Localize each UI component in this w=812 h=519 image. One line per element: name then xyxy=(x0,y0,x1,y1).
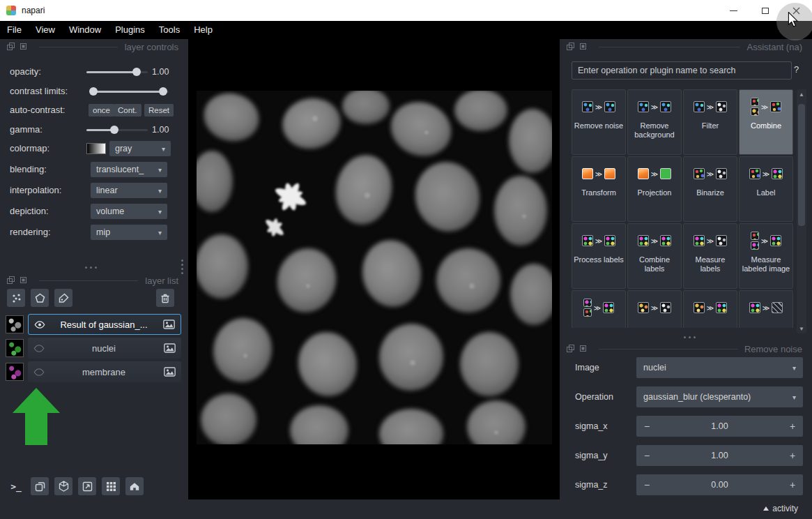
close-button[interactable] xyxy=(781,0,812,21)
scroll-down-icon[interactable]: ▼ xyxy=(797,324,806,333)
assistant-button-row4-1[interactable] xyxy=(572,290,626,328)
menu-view[interactable]: View xyxy=(29,21,62,39)
menu-tools[interactable]: Tools xyxy=(152,21,187,39)
scroll-up-icon[interactable]: ▲ xyxy=(797,89,806,99)
menu-file[interactable]: File xyxy=(0,21,29,39)
sigma-z-spinbox[interactable]: − 0.00 + xyxy=(636,474,803,495)
assistant-scrollbar[interactable]: ▲ ▼ xyxy=(797,89,806,333)
assistant-button-process-labels[interactable]: Process labels xyxy=(572,223,626,289)
assistant-button-row4-2[interactable] xyxy=(627,290,682,328)
opacity-slider-knob[interactable] xyxy=(132,68,141,76)
colormap-label: colormap: xyxy=(10,141,49,156)
assistant-button-measure-labels[interactable]: Measure labels xyxy=(683,223,737,289)
sigma-x-spinbox[interactable]: − 1.00 + xyxy=(636,416,803,437)
gamma-slider[interactable] xyxy=(86,126,148,134)
sigma-z-value[interactable]: 0.00 xyxy=(657,480,782,490)
float-dock-icon[interactable] xyxy=(567,43,575,51)
scrollbar-thumb[interactable] xyxy=(798,104,805,226)
search-input[interactable] xyxy=(572,61,792,80)
assistant-button-combine-labels[interactable]: Combine labels xyxy=(627,223,682,289)
depiction-select[interactable]: volume ▾ xyxy=(91,204,167,219)
sigma-y-value[interactable]: 1.00 xyxy=(657,451,782,460)
toggle-ndisplay-button[interactable] xyxy=(54,477,72,495)
activity-button[interactable]: activity xyxy=(763,504,798,513)
assistant-button-filter[interactable]: Filter xyxy=(683,89,737,155)
opacity-slider[interactable] xyxy=(86,68,148,76)
contrast-limits-slider[interactable] xyxy=(91,87,169,96)
interpolation-value: linear xyxy=(96,186,118,195)
colormap-select[interactable]: gray ▾ xyxy=(109,141,171,156)
assistant-button-remove-background[interactable]: Remove background xyxy=(627,89,682,155)
new-points-layer-button[interactable] xyxy=(7,289,25,307)
hide-dock-icon[interactable] xyxy=(579,43,588,51)
console-button[interactable]: >_ xyxy=(7,477,25,495)
layer-row-membrane[interactable]: membrane xyxy=(6,361,181,382)
contrast-high-knob[interactable] xyxy=(159,87,167,96)
home-reset-view-button[interactable] xyxy=(125,477,144,495)
float-dock-icon[interactable] xyxy=(7,43,15,51)
visibility-eye-icon[interactable] xyxy=(31,368,47,376)
grid-view-button[interactable] xyxy=(102,477,120,495)
operation-select-value: gaussian_blur (clesperanto) xyxy=(643,392,751,402)
transpose-dims-button[interactable] xyxy=(78,477,96,495)
assistant-button-label[interactable]: Label xyxy=(739,156,793,222)
contrast-low-knob[interactable] xyxy=(89,87,98,96)
increment-button[interactable]: + xyxy=(782,479,803,490)
opacity-label: opacity: xyxy=(10,64,41,80)
auto-contrast-reset-button[interactable]: Reset xyxy=(144,104,174,116)
hide-dock-icon[interactable] xyxy=(579,345,588,353)
increment-button[interactable]: + xyxy=(782,450,803,461)
decrement-button[interactable]: − xyxy=(636,421,657,432)
maximize-button[interactable] xyxy=(749,0,781,21)
assistant-button-remove-noise[interactable]: Remove noise xyxy=(572,89,626,155)
operation-select[interactable]: gaussian_blur (clesperanto) ▾ xyxy=(636,386,803,407)
assistant-button-projection[interactable]: Projection xyxy=(627,156,682,222)
mini-labels-icon xyxy=(694,235,705,246)
decrement-button[interactable]: − xyxy=(636,450,657,461)
chevron-separator-icon xyxy=(707,170,714,178)
mini-image-icon xyxy=(583,308,592,317)
splitter-handle[interactable] xyxy=(85,266,97,269)
assistant-button-combine[interactable]: Combine xyxy=(739,89,793,155)
splitter-handle[interactable] xyxy=(684,336,696,338)
layer-row-result[interactable]: Result of gaussian_... xyxy=(6,314,181,335)
menu-plugins[interactable]: Plugins xyxy=(108,21,152,39)
assistant-button-transform[interactable]: Transform xyxy=(572,156,626,222)
float-dock-icon[interactable] xyxy=(7,276,15,285)
hide-dock-icon[interactable] xyxy=(20,276,28,285)
visibility-eye-icon[interactable] xyxy=(31,321,48,329)
minimize-button[interactable] xyxy=(718,0,749,21)
chevron-up-icon xyxy=(763,506,769,511)
float-dock-icon[interactable] xyxy=(567,345,575,353)
image-select[interactable]: nuclei ▾ xyxy=(636,357,803,378)
layer-row-nuclei[interactable]: nuclei xyxy=(6,338,181,359)
auto-contrast-continuous-button[interactable]: Cont. xyxy=(114,104,141,116)
assistant-button-binarize[interactable]: Binarize xyxy=(683,156,737,222)
visibility-eye-icon[interactable] xyxy=(31,345,47,352)
menu-window[interactable]: Window xyxy=(62,21,108,39)
layer-name: nuclei xyxy=(47,343,160,354)
delete-layer-button[interactable] xyxy=(156,289,174,307)
menu-help[interactable]: Help xyxy=(187,21,220,39)
assistant-button-row4-3[interactable] xyxy=(683,290,737,328)
blending-select[interactable]: translucent_ ▾ xyxy=(91,162,167,177)
viewer-canvas[interactable] xyxy=(188,39,560,499)
auto-contrast-once-button[interactable]: once xyxy=(89,104,114,116)
assistant-button-measure-labeled-image[interactable]: Measure labeled image xyxy=(739,223,793,289)
rendering-label: rendering: xyxy=(10,225,51,240)
toggle-grid-stack-button[interactable] xyxy=(31,477,49,495)
splitter-handle[interactable] xyxy=(181,260,183,274)
new-labels-layer-button[interactable] xyxy=(54,289,72,307)
interpolation-select[interactable]: linear ▾ xyxy=(91,183,167,198)
increment-button[interactable]: + xyxy=(782,421,803,432)
mini-labels-icon xyxy=(603,302,614,313)
assistant-button-row4-4[interactable] xyxy=(739,290,793,328)
hide-dock-icon[interactable] xyxy=(20,43,28,51)
help-button[interactable]: ? xyxy=(794,64,799,75)
new-shapes-layer-button[interactable] xyxy=(31,289,49,307)
decrement-button[interactable]: − xyxy=(636,479,657,490)
sigma-x-value[interactable]: 1.00 xyxy=(657,421,782,431)
gamma-slider-knob[interactable] xyxy=(110,126,118,134)
sigma-y-spinbox[interactable]: − 1.00 + xyxy=(636,445,803,466)
rendering-select[interactable]: mip ▾ xyxy=(91,225,167,240)
